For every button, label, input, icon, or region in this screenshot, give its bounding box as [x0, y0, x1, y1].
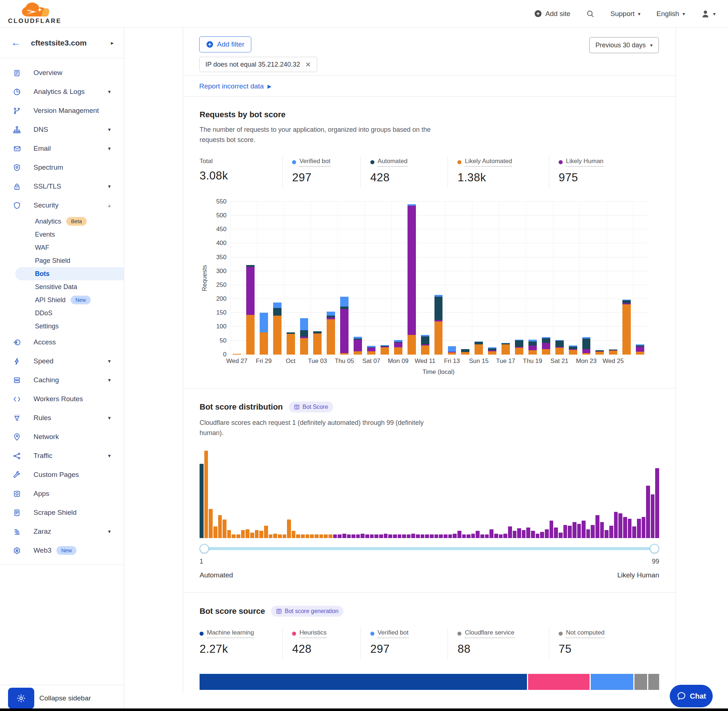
stacked-bar[interactable]: [515, 340, 523, 354]
stacked-bar[interactable]: [327, 312, 335, 355]
sidebar-item-rules[interactable]: Rules▾: [0, 409, 124, 428]
stacked-bar[interactable]: [246, 265, 255, 355]
stat-label[interactable]: Machine learning: [207, 629, 254, 638]
source-segment-heuristics[interactable]: [528, 674, 590, 690]
histogram-bar-score-78[interactable]: [554, 528, 558, 538]
sidebar-item-scrape-shield[interactable]: Scrape Shield: [0, 503, 124, 522]
cloudflare-logo[interactable]: CLOUDFLARE: [8, 3, 62, 25]
histogram-bar-score-30[interactable]: [333, 534, 337, 538]
histogram-bar-score-51[interactable]: [430, 534, 434, 538]
stacked-bar[interactable]: [595, 350, 604, 355]
close-icon[interactable]: ✕: [305, 60, 311, 69]
stacked-bar[interactable]: [340, 297, 348, 355]
stacked-bar[interactable]: [381, 345, 389, 355]
sidebar-subitem-sensitive-data[interactable]: Sensitive Data: [0, 280, 124, 294]
histogram-bar-score-94[interactable]: [628, 519, 632, 538]
histogram-bar-score-77[interactable]: [549, 521, 554, 538]
stat-label[interactable]: Automated: [378, 158, 408, 167]
stat-label[interactable]: Cloudflare service: [465, 629, 514, 638]
stacked-bar[interactable]: [502, 343, 510, 355]
histogram-bar-score-57[interactable]: [458, 531, 461, 538]
histogram-bar-score-72[interactable]: [526, 528, 530, 538]
slider-handle-max[interactable]: [650, 544, 659, 553]
histogram-bar-score-26[interactable]: [315, 534, 319, 538]
histogram-bar-score-71[interactable]: [522, 530, 526, 538]
histogram-bar-score-82[interactable]: [573, 522, 576, 538]
source-segment-not-computed[interactable]: [648, 674, 659, 690]
bot-score-badge[interactable]: Bot Score: [289, 401, 333, 413]
histogram-bar-score-43[interactable]: [393, 534, 397, 538]
stacked-bar[interactable]: [529, 340, 537, 355]
histogram-bar-score-87[interactable]: [595, 515, 600, 538]
stacked-bar[interactable]: [569, 345, 577, 355]
histogram-bar-score-79[interactable]: [559, 533, 563, 538]
histogram-bar-score-80[interactable]: [563, 525, 567, 538]
stacked-bar[interactable]: [286, 332, 295, 354]
sidebar-subitem-analytics[interactable]: AnalyticsBeta: [0, 215, 124, 228]
histogram-bar-score-16[interactable]: [269, 534, 273, 538]
slider-handle-min[interactable]: [199, 544, 209, 553]
sidebar-subitem-bots[interactable]: Bots: [15, 267, 124, 280]
source-segment-cloudflare-service[interactable]: [634, 674, 647, 690]
histogram-bar-score-50[interactable]: [425, 534, 429, 538]
stacked-bar[interactable]: [555, 340, 564, 355]
stat-label[interactable]: Likely Automated: [465, 158, 512, 167]
stacked-bar[interactable]: [394, 340, 402, 355]
histogram-bar-score-56[interactable]: [453, 534, 457, 538]
stacked-bar[interactable]: [448, 346, 456, 355]
back-arrow-icon[interactable]: ←: [11, 38, 21, 48]
stacked-bar[interactable]: [622, 299, 631, 354]
site-expand-icon[interactable]: ▸: [111, 40, 114, 46]
histogram-bar-score-15[interactable]: [264, 526, 268, 538]
histogram-bar-score-59[interactable]: [467, 534, 471, 538]
sidebar-item-traffic[interactable]: Traffic▾: [0, 446, 124, 465]
sidebar-item-dns[interactable]: DNS▾: [0, 120, 124, 139]
histogram-bar-score-49[interactable]: [421, 534, 425, 538]
user-menu[interactable]: ▾: [701, 9, 716, 18]
histogram-bar-score-1[interactable]: [199, 464, 204, 538]
sidebar-subitem-waf[interactable]: WAF: [0, 241, 124, 254]
bot-score-generation-badge[interactable]: Bot score generation: [271, 606, 344, 617]
stat-label[interactable]: Heuristics: [299, 629, 327, 638]
histogram-bar-score-31[interactable]: [338, 534, 342, 538]
stacked-bar[interactable]: [434, 295, 443, 355]
sidebar-subitem-events[interactable]: Events: [0, 228, 124, 241]
histogram-bar-score-6[interactable]: [223, 519, 226, 538]
histogram-bar-score-21[interactable]: [292, 531, 296, 538]
date-range-dropdown[interactable]: Previous 30 days ▾: [589, 37, 659, 53]
stacked-bar[interactable]: [461, 349, 470, 355]
histogram-bar-score-14[interactable]: [259, 531, 263, 538]
histogram-bar-score-98[interactable]: [646, 486, 650, 538]
sidebar-subitem-settings[interactable]: Settings: [0, 320, 124, 333]
report-incorrect-data-link[interactable]: Report incorrect data ▶: [199, 82, 271, 90]
histogram-bar-score-39[interactable]: [374, 534, 378, 538]
settings-gear-button[interactable]: [8, 688, 34, 709]
histogram-bar-score-63[interactable]: [485, 534, 489, 538]
stacked-bar[interactable]: [609, 350, 617, 355]
stacked-bar[interactable]: [636, 344, 644, 355]
histogram-bar-score-70[interactable]: [517, 528, 521, 538]
histogram-bar-score-10[interactable]: [241, 530, 245, 538]
collapse-sidebar-label[interactable]: Collapse sidebar: [39, 694, 91, 702]
histogram-bar-score-47[interactable]: [411, 534, 415, 538]
histogram-bar-score-91[interactable]: [614, 512, 618, 538]
histogram-bar-score-60[interactable]: [471, 534, 475, 538]
histogram-bar-score-3[interactable]: [209, 509, 213, 538]
stacked-bar[interactable]: [354, 337, 362, 355]
histogram-bar-score-11[interactable]: [245, 530, 250, 538]
histogram-bar-score-24[interactable]: [306, 534, 310, 538]
sidebar-item-workers-routes[interactable]: Workers Routes: [0, 389, 124, 409]
histogram-bar-score-58[interactable]: [462, 534, 466, 538]
histogram-bar-score-27[interactable]: [319, 534, 323, 538]
histogram-bar-score-93[interactable]: [623, 517, 627, 538]
stacked-bar[interactable]: [300, 318, 309, 355]
histogram-bar-score-97[interactable]: [642, 517, 646, 538]
sidebar-item-caching[interactable]: Caching▾: [0, 370, 124, 389]
histogram-bar-score-7[interactable]: [227, 530, 231, 538]
histogram-bar-score-41[interactable]: [384, 534, 388, 538]
stacked-bar[interactable]: [474, 341, 483, 355]
histogram-bar-score-42[interactable]: [388, 534, 392, 538]
stacked-bar[interactable]: [408, 204, 416, 354]
sidebar-item-security[interactable]: Security▴: [0, 196, 124, 215]
histogram-bar-score-4[interactable]: [213, 527, 217, 538]
